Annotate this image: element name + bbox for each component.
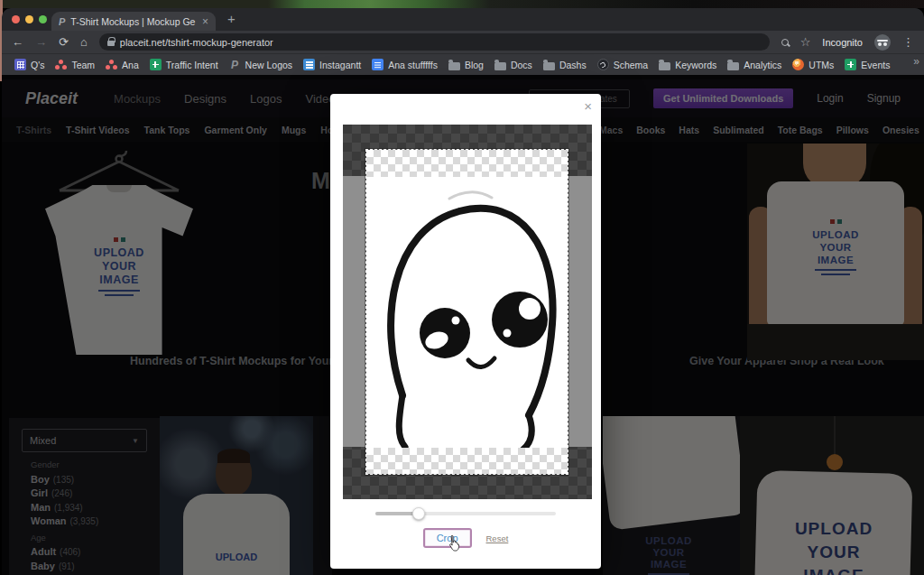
bookmark-icon <box>14 59 26 70</box>
bookmark-item[interactable]: UTMs <box>792 59 834 70</box>
bookmark-icon: P <box>229 59 241 70</box>
bookmark-label: Analytics <box>744 60 781 70</box>
bookmark-label: Dashs <box>559 60 587 70</box>
transparent-band <box>366 448 568 474</box>
bookmark-star-icon[interactable]: ☆ <box>800 35 811 49</box>
bookmark-label: Blog <box>465 60 484 70</box>
crop-dimmed-area <box>568 176 592 447</box>
bookmark-item[interactable]: Dashs <box>543 60 587 70</box>
window-controls <box>12 15 47 23</box>
bookmark-label: Q's <box>31 60 44 70</box>
crop-selection-box[interactable] <box>365 149 568 475</box>
zoom-slider[interactable] <box>375 507 556 520</box>
bookmark-label: New Logos <box>245 60 293 70</box>
search-icon[interactable] <box>781 39 789 46</box>
bookmark-icon <box>727 62 739 70</box>
minimize-window-button[interactable] <box>25 15 33 23</box>
tab-title: T-Shirt Mockups | Mockup Ge <box>70 16 197 27</box>
incognito-avatar-icon[interactable] <box>874 34 891 51</box>
bookmark-item[interactable]: Instagantt <box>303 59 361 70</box>
menu-icon[interactable]: ⋮ <box>902 35 914 49</box>
incognito-label: Incognito <box>822 37 863 48</box>
tab-close-icon[interactable]: × <box>202 16 208 27</box>
bookmark-label: Team <box>71 60 95 70</box>
bookmark-icon <box>792 59 804 70</box>
home-icon[interactable]: ⌂ <box>80 36 88 48</box>
browser-toolbar: ← → ⟳ ⌂ placeit.net/tshirt-mockup-genera… <box>2 31 924 53</box>
tab-strip: P T-Shirt Mockups | Mockup Ge × + <box>2 8 924 31</box>
bookmark-icon <box>150 59 162 70</box>
desktop-wallpaper <box>0 0 924 8</box>
bookmark-label: Schema <box>614 60 649 70</box>
forward-icon[interactable]: → <box>35 36 47 48</box>
bookmark-item[interactable]: Schema <box>597 59 649 70</box>
bookmark-label: Keywords <box>675 60 716 70</box>
bookmark-item[interactable]: Traffic Intent <box>150 59 218 70</box>
bookmark-label: Instagantt <box>319 60 361 70</box>
bookmark-icon <box>55 59 67 70</box>
bookmark-label: UTMs <box>808 60 834 70</box>
modal-actions: Crop Reset <box>330 528 601 548</box>
bookmark-item[interactable]: Keywords <box>659 60 716 70</box>
bookmark-icon <box>659 62 670 70</box>
cursor-pointer-icon <box>446 534 461 552</box>
bookmarks-bar: Q's Team Ana Traffic Intent P New Logos <box>2 53 924 75</box>
bookmark-item[interactable]: Blog <box>448 60 484 70</box>
bookmark-label: Ana <box>122 60 139 70</box>
address-bar[interactable]: placeit.net/tshirt-mockup-generator <box>99 33 770 51</box>
bookmark-item[interactable]: Ana stufffffs <box>372 59 438 70</box>
bookmark-label: Docs <box>511 60 532 70</box>
uploaded-image-preview <box>366 177 568 448</box>
new-tab-button[interactable]: + <box>227 11 236 26</box>
bookmark-icon <box>448 62 460 70</box>
bookmark-label: Traffic Intent <box>166 60 218 70</box>
screen: P T-Shirt Mockups | Mockup Ge × + ← → ⟳ … <box>0 0 924 575</box>
slider-thumb[interactable] <box>412 507 425 520</box>
tab-favicon: P <box>59 16 65 27</box>
bookmarks-overflow-icon[interactable]: » <box>913 55 919 68</box>
bookmark-icon <box>597 59 609 70</box>
bookmark-item[interactable]: Docs <box>494 60 532 70</box>
bookmark-item[interactable]: Analytics <box>727 60 781 70</box>
zoom-window-button[interactable] <box>39 15 47 23</box>
bookmark-icon <box>845 59 856 70</box>
transparent-band <box>366 150 568 177</box>
bookmark-icon <box>303 59 315 70</box>
cartoon-character-drawing <box>366 177 569 448</box>
close-icon[interactable]: × <box>584 99 592 113</box>
bookmark-label: Ana stufffffs <box>388 60 438 70</box>
bookmark-item[interactable]: Team <box>55 59 95 70</box>
reset-button[interactable]: Reset <box>486 533 509 543</box>
image-crop-modal: × <box>330 94 601 569</box>
bookmark-item[interactable]: Events <box>845 59 890 70</box>
bookmark-label: Events <box>861 60 890 70</box>
bookmark-icon <box>106 59 117 70</box>
bookmark-item[interactable]: Q's <box>14 59 44 70</box>
bookmark-icon <box>372 59 383 70</box>
bookmark-item[interactable]: Ana <box>106 59 139 70</box>
bookmark-item[interactable]: P New Logos <box>229 59 293 70</box>
reload-icon[interactable]: ⟳ <box>59 36 69 48</box>
bookmark-icon <box>494 62 506 70</box>
browser-tab[interactable]: P T-Shirt Mockups | Mockup Ge × <box>51 12 216 31</box>
lock-icon <box>107 41 115 46</box>
close-window-button[interactable] <box>12 15 20 23</box>
url-text[interactable]: placeit.net/tshirt-mockup-generator <box>120 37 273 48</box>
crop-canvas[interactable] <box>343 125 592 499</box>
crop-dimmed-area <box>343 176 365 447</box>
back-icon[interactable]: ← <box>12 36 23 48</box>
bookmark-icon <box>543 62 555 70</box>
